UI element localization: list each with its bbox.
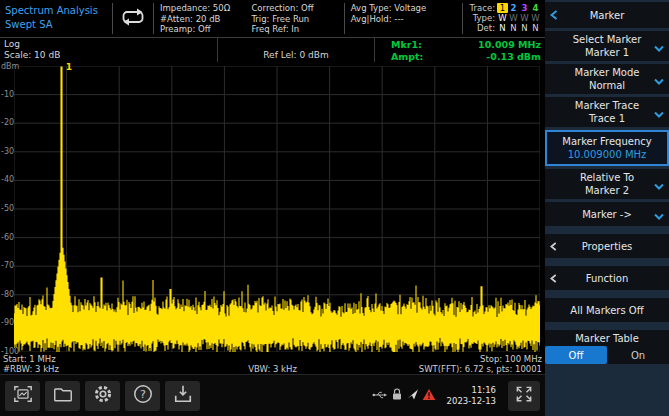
ref-level-label: Ref Lel: 0 dBm [263,50,328,60]
continuous-sweep-icon [120,7,146,31]
legend-value[interactable]: N [497,23,508,33]
y-axis-tick-label: -30 [1,147,14,156]
y-axis-unit-label: dBm [1,62,19,71]
y-axis-tick-label: -10 [1,90,14,99]
y-axis-tick-label: -20 [1,118,14,127]
amp-mode-label: Log [4,39,217,50]
legend-row-label: Trace: [463,3,495,13]
folder-icon [52,384,74,407]
spectrum-analyzer-screen: Spectrum Analysis Swept SA Impedance: 50… [0,0,669,416]
swt-label: SWT(FFT): 6.72 s, pts: 10001 [362,364,542,374]
legend-value[interactable]: N [508,23,519,33]
all-markers-off-button[interactable]: All Markers Off [545,298,669,322]
legend-value[interactable]: N [519,23,530,33]
settings-button[interactable] [85,381,120,411]
marker-frequency-value: 10.009000 MHz [568,148,647,161]
mode-label[interactable]: Spectrum Analysis Swept SA [0,0,112,37]
ampt-value: -0.13 dBm [478,51,541,63]
trace-legend-row: Trace:1234 [463,3,541,13]
legend-value[interactable]: 4 [530,3,541,13]
vbw-label: VBW: 3 kHz [183,364,363,374]
chevron-down-icon [654,75,664,88]
status-icons [372,386,436,405]
measurement-area: Spectrum Analysis Swept SA Impedance: 50… [0,0,545,416]
legend-value[interactable]: 2 [508,3,519,13]
save-button[interactable] [165,381,200,411]
marker-menu-panel: Marker Select Marker Marker 1 Marker Mod… [545,0,669,416]
menu-header[interactable]: Marker [545,2,669,28]
status-header: Spectrum Analysis Swept SA Impedance: 50… [0,0,545,38]
relative-to-button[interactable]: Relative To Marker 2 [545,169,669,199]
legend-value[interactable]: W [497,13,508,23]
chevron-down-icon [654,180,664,193]
time-value: 11:16 [447,385,496,396]
select-marker-button[interactable]: Select Marker Marker 1 [545,31,669,61]
marker-table-off-option[interactable]: Off [545,346,607,364]
marker-table-toggle: Off On [545,346,669,364]
trace-legend-row: Det:NNNN [463,23,541,33]
gear-icon [92,383,114,409]
warning-icon[interactable] [422,386,436,405]
correction-value: Correction: Off [251,3,343,14]
ref-level-info[interactable]: Ref Lel: 0 dBm [218,38,375,62]
legend-row-label: Det: [463,23,495,33]
fullscreen-button[interactable] [508,381,540,411]
svg-text:?: ? [140,388,146,401]
lock-icon [391,386,403,405]
preamp-value: Preamp: Off [160,24,245,35]
marker-table-control: Marker Table Off On [545,330,669,364]
legend-value[interactable]: W [530,13,541,23]
average-settings[interactable]: Avg Type: Voltage Avg|Hold: --- [345,0,462,37]
legend-value[interactable]: N [530,23,541,33]
trigger-value: Trig: Free Run [251,14,343,25]
start-freq-label: Start: 1 MHz [3,354,273,364]
y-axis-tick-label: -50 [1,204,14,213]
trace-legend-row: Type:WWWW [463,13,541,23]
file-manager-button[interactable] [45,381,80,411]
spectrum-plot[interactable]: 1 dBm-10-20-30-40-50-60-70-80-90-100 [0,62,545,354]
marker-trace-button[interactable]: Marker Trace Trace 1 [545,97,669,127]
screenshot-icon [12,384,34,408]
continuous-sweep-button[interactable] [113,0,153,37]
legend-value[interactable]: W [508,13,519,23]
y-axis-tick-label: -90 [1,318,14,327]
back-chevron-icon [550,10,558,22]
chevron-down-icon [654,108,664,121]
function-submenu-button[interactable]: Function [545,266,669,290]
legend-value[interactable]: 1 [497,3,508,13]
legend-row-label: Type: [463,13,495,23]
marker-mode-button[interactable]: Marker Mode Normal [545,64,669,94]
help-button[interactable]: ? [125,381,160,411]
mode-line1: Spectrum Analysis [5,4,112,18]
marker-to-button[interactable]: Marker -> [545,202,669,226]
trace-legend[interactable]: Trace:1234Type:WWWWDet:NNNN [463,0,545,37]
trace-canvas [14,66,540,352]
clock[interactable]: 11:16 2023-12-13 [447,385,496,406]
marker-table-on-option[interactable]: On [607,346,669,364]
mkr1-freq-value: 10.009 MHz [478,39,541,51]
fullscreen-icon [514,384,534,408]
atten-value: #Atten: 20 dB [160,14,245,25]
y-axis-tick-label: -60 [1,233,14,242]
y-axis-tick-label: -70 [1,261,14,270]
taskbar: ? [0,374,545,416]
legend-value[interactable]: W [519,13,530,23]
correction-settings[interactable]: Correction: Off Trig: Free Run Freq Ref:… [245,0,343,37]
y-axis-tick-label: -80 [1,290,14,299]
mode-line2: Swept SA [5,18,112,32]
rbw-label: #RBW: 3 kHz [3,364,183,374]
submenu-chevron-icon [550,273,557,286]
avg-hold-value: Avg|Hold: --- [351,14,462,25]
y-axis-tick-label: -100 [1,347,19,356]
marker-frequency-button[interactable]: Marker Frequency 10.009000 MHz [545,130,669,166]
properties-submenu-button[interactable]: Properties [545,234,669,258]
chevron-down-icon [654,42,664,55]
submenu-chevron-icon [550,241,557,254]
screenshot-button[interactable] [5,381,40,411]
legend-value[interactable]: 3 [519,3,530,13]
remote-pointer-icon [406,386,419,405]
freq-ref-value: Freq Ref: In [251,24,343,35]
amplitude-scale-info[interactable]: Log Scale: 10 dB [0,38,218,62]
sweep-info-row: Start: 1 MHz Stop: 100 MHz #RBW: 3 kHz V… [0,354,545,374]
input-settings[interactable]: Impedance: 50Ω #Atten: 20 dB Preamp: Off [154,0,245,37]
